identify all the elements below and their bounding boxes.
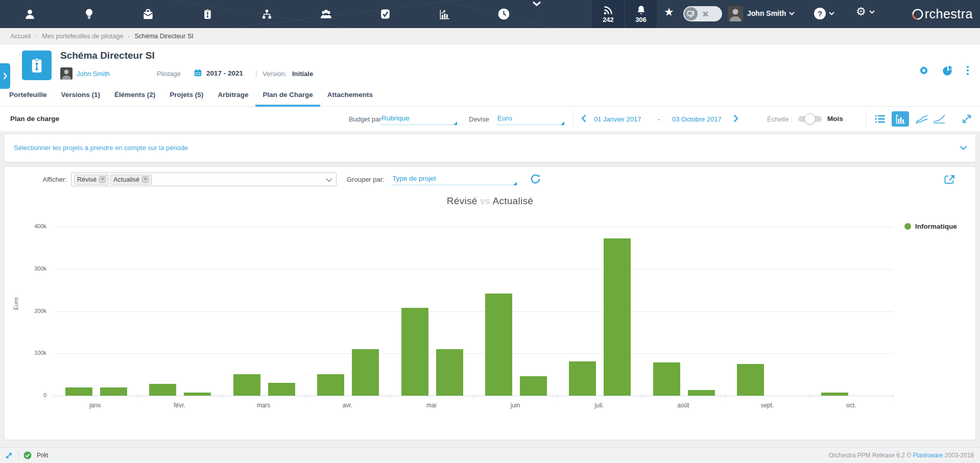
time-module-button[interactable] [474, 0, 533, 28]
owner-link[interactable]: John Smith [77, 70, 110, 78]
devise-select[interactable]: Euro [496, 113, 564, 125]
list-view-button[interactable] [871, 111, 889, 127]
scale-toggle[interactable] [798, 116, 822, 122]
tab-versions[interactable]: Versions (1) [54, 91, 108, 107]
kebab-dot [967, 69, 969, 71]
dropdown-caret-icon [453, 121, 457, 125]
period-end-date[interactable]: 03 Octobre 2017 [672, 115, 722, 123]
bar-actualisé[interactable] [184, 393, 211, 396]
portfolio-settings-button[interactable] [919, 65, 929, 76]
version-value: Initiale [292, 70, 313, 78]
reports-module-button[interactable] [415, 0, 474, 28]
bar-révisé[interactable] [653, 362, 680, 396]
bar-révisé[interactable] [65, 387, 92, 396]
hierarchy-module-button[interactable] [237, 0, 296, 28]
more-actions-button[interactable] [967, 66, 969, 75]
export-button[interactable] [944, 174, 956, 185]
clock-icon [497, 8, 510, 20]
bar-actualisé[interactable] [688, 390, 715, 396]
budget-par-select[interactable]: Rubrique [380, 113, 457, 125]
bell-icon [636, 5, 647, 15]
bar-actualisé[interactable] [436, 349, 463, 396]
x-axis-label: févr. [137, 402, 221, 409]
x-axis-tick [305, 396, 306, 399]
budget-par-value: Rubrique [381, 114, 410, 122]
toolbar-separator [573, 110, 573, 128]
footer-release-info: Orchestra PPM Release 6.2 © Planisware 2… [829, 452, 974, 459]
area-chart-view-button[interactable] [913, 111, 930, 127]
users-module-button[interactable] [0, 0, 59, 28]
projects-module-button[interactable] [178, 0, 237, 28]
more-modules-button[interactable] [532, 1, 541, 6]
gridline [54, 353, 893, 354]
x-axis-label: mai [390, 402, 473, 409]
x-axis-label: août [641, 402, 725, 409]
bar-actualisé[interactable] [268, 383, 295, 396]
bar-actualisé[interactable] [520, 376, 547, 396]
breadcrumb-portfolios[interactable]: Mes portefeuilles de pilotage [42, 33, 123, 40]
bar-chart-view-button[interactable] [892, 111, 909, 127]
dropdown-caret-icon [513, 182, 517, 185]
period-start-date[interactable]: 01 Janvier 2017 [594, 115, 641, 123]
previous-period-button[interactable] [581, 114, 586, 123]
notifications-badge[interactable]: 306 [625, 0, 657, 28]
tab-plan-de-charge[interactable]: Plan de Charge [255, 91, 320, 107]
bar-chart-icon [438, 8, 450, 20]
logo-text: rchestra [925, 7, 973, 21]
project-selector-expander[interactable]: Sélectionner les projets à prendre en co… [4, 134, 976, 162]
bar-révisé[interactable] [401, 308, 428, 396]
feeds-badge[interactable]: 242 [592, 0, 624, 28]
user-avatar[interactable] [728, 6, 743, 21]
fullscreen-button[interactable] [961, 113, 973, 125]
period-value: 2017 - 2021 [206, 69, 243, 77]
devise-label: Devise [469, 115, 489, 123]
bar-révisé[interactable] [821, 393, 848, 396]
refresh-button[interactable] [530, 173, 541, 185]
pie-chart-icon [942, 65, 953, 76]
line-chart-view-button[interactable] [930, 111, 948, 127]
legend-item-informatique[interactable]: Informatique [904, 223, 957, 230]
close-icon[interactable] [702, 11, 709, 17]
tab-portefeuille[interactable]: Portefeuille [2, 91, 54, 107]
chip-revise: Révisé ✕ [74, 175, 109, 185]
bar-révisé[interactable] [737, 364, 764, 396]
portfolios-module-button[interactable] [118, 0, 178, 28]
grouper-par-select[interactable]: Type de projet [391, 173, 517, 185]
chip-label: Révisé [77, 176, 97, 183]
bar-révisé[interactable] [233, 374, 260, 396]
tab-attachements[interactable]: Attachements [320, 91, 380, 107]
help-menu[interactable]: ? [814, 8, 834, 19]
module-icons [0, 0, 533, 28]
remove-chip-icon[interactable]: ✕ [142, 176, 149, 183]
bar-actualisé[interactable] [352, 349, 379, 396]
bar-actualisé[interactable] [100, 387, 127, 396]
footer-expand-button[interactable] [5, 452, 13, 459]
admin-settings-menu[interactable]: ⚙ [856, 6, 875, 17]
design-mode-toggle[interactable] [683, 6, 722, 21]
ideas-module-button[interactable] [59, 0, 118, 28]
y-tick-label: 400k [15, 223, 46, 229]
tab-projets[interactable]: Projets (5) [162, 91, 210, 107]
side-panel-expander[interactable] [0, 63, 10, 89]
next-period-button[interactable] [733, 114, 738, 123]
y-tick-label: 200k [15, 308, 46, 314]
bar-révisé[interactable] [485, 294, 512, 396]
tab-arbitrage[interactable]: Arbitrage [210, 91, 255, 107]
area-chart-icon [915, 114, 928, 124]
tasks-module-button[interactable] [355, 0, 415, 28]
bar-révisé[interactable] [569, 361, 596, 396]
remove-chip-icon[interactable]: ✕ [99, 176, 106, 183]
bar-révisé[interactable] [149, 384, 176, 396]
chart-title-left: Révisé [447, 196, 477, 206]
bar-actualisé[interactable] [604, 238, 631, 396]
planisware-link[interactable]: Planisware [913, 452, 943, 459]
bar-révisé[interactable] [317, 374, 344, 396]
tab-elements[interactable]: Éléments (2) [107, 91, 162, 107]
resources-module-button[interactable] [296, 0, 355, 28]
afficher-multiselect[interactable]: Révisé ✕ Actualisé ✕ [71, 173, 337, 186]
chevron-down-icon [829, 12, 834, 15]
user-menu[interactable]: John Smith [747, 9, 795, 17]
favorites-star-icon[interactable]: ★ [664, 7, 674, 18]
breadcrumb-home[interactable]: Accueil [10, 33, 31, 40]
dashboard-button[interactable] [942, 65, 953, 76]
